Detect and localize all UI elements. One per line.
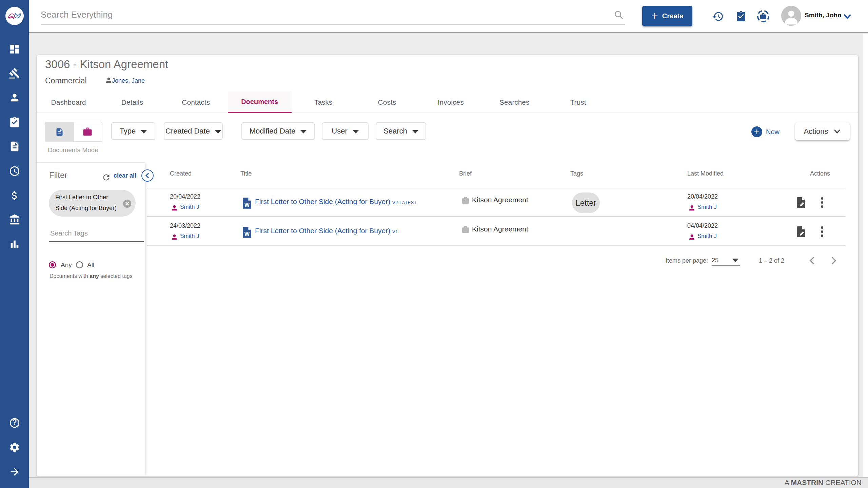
svg-text:W: W bbox=[244, 202, 250, 208]
svg-text:W: W bbox=[244, 231, 250, 237]
